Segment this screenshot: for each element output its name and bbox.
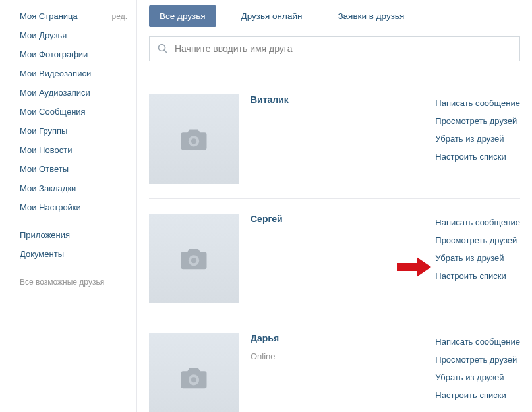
sidebar-item[interactable]: Мои Закладки bbox=[13, 179, 136, 198]
sidebar-link[interactable]: Моя Страница bbox=[20, 11, 78, 21]
friend-row: ВиталикНаписать сообщениеПросмотреть дру… bbox=[149, 80, 520, 199]
svg-point-3 bbox=[191, 138, 196, 144]
sidebar-divider bbox=[18, 268, 127, 268]
sidebar-item[interactable]: Мои Аудиозаписи bbox=[13, 83, 136, 102]
friend-action[interactable]: Просмотреть друзей bbox=[435, 231, 520, 249]
friend-action[interactable]: Написать сообщение bbox=[435, 94, 520, 112]
sidebar-link[interactable]: Мои Видеозаписи bbox=[20, 69, 91, 78]
avatar[interactable] bbox=[149, 333, 239, 412]
sidebar-item[interactable]: Мои Фотографии bbox=[13, 45, 136, 64]
friend-actions: Написать сообщениеПросмотреть друзейУбра… bbox=[435, 94, 520, 165]
sidebar-edit-label[interactable]: ред. bbox=[112, 12, 127, 21]
avatar[interactable] bbox=[149, 214, 239, 303]
tab[interactable]: Заявки в друзья bbox=[327, 5, 415, 27]
sidebar-divider bbox=[18, 221, 127, 221]
friend-list: ВиталикНаписать сообщениеПросмотреть дру… bbox=[149, 80, 520, 412]
sidebar-link[interactable]: Мои Аудиозаписи bbox=[20, 88, 90, 98]
tab[interactable]: Все друзья bbox=[149, 5, 216, 27]
sidebar-item[interactable]: Моя Страницаред. bbox=[13, 7, 136, 26]
sidebar-item[interactable]: Мои Ответы bbox=[13, 160, 136, 179]
friend-action[interactable]: Написать сообщение bbox=[435, 214, 520, 231]
sidebar-link[interactable]: Мои Ответы bbox=[20, 164, 69, 174]
sidebar-link[interactable]: Приложения bbox=[20, 230, 70, 240]
friend-info: ВиталикНаписать сообщениеПросмотреть дру… bbox=[239, 94, 520, 184]
friend-row: ДарьяOnlineНаписать сообщениеПросмотреть… bbox=[149, 318, 520, 412]
svg-line-1 bbox=[165, 51, 167, 53]
friend-info: СергейНаписать сообщениеПросмотреть друз… bbox=[239, 214, 520, 303]
sidebar-link[interactable]: Мои Друзья bbox=[20, 30, 67, 40]
friend-action[interactable]: Настроить списки bbox=[435, 148, 520, 165]
search-icon bbox=[158, 44, 168, 54]
sidebar-link[interactable]: Мои Закладки bbox=[20, 183, 76, 193]
sidebar: Моя Страницаред.Мои ДрузьяМои Фотографии… bbox=[0, 0, 137, 412]
sidebar-link[interactable]: Мои Настройки bbox=[20, 202, 81, 212]
search-box[interactable] bbox=[149, 36, 520, 61]
sidebar-footer[interactable]: Все возможные друзья bbox=[13, 272, 136, 292]
friend-actions: Написать сообщениеПросмотреть друзейУбра… bbox=[435, 333, 520, 404]
sidebar-link[interactable]: Мои Фотографии bbox=[20, 49, 88, 59]
sidebar-link[interactable]: Мои Группы bbox=[20, 126, 67, 136]
search-input[interactable] bbox=[175, 44, 512, 54]
sidebar-link[interactable]: Документы bbox=[20, 249, 64, 259]
sidebar-item[interactable]: Приложения bbox=[13, 225, 136, 245]
svg-point-5 bbox=[191, 258, 196, 263]
friend-actions: Написать сообщениеПросмотреть друзейУбра… bbox=[435, 214, 520, 285]
tabs: Все друзьяДрузья онлайнЗаявки в друзья bbox=[149, 5, 520, 27]
friend-info: ДарьяOnlineНаписать сообщениеПросмотреть… bbox=[239, 333, 520, 412]
sidebar-item[interactable]: Мои Сообщения bbox=[13, 102, 136, 121]
arrow-icon bbox=[397, 257, 431, 277]
sidebar-item[interactable]: Документы bbox=[13, 245, 136, 264]
friend-action[interactable]: Убрать из друзей bbox=[435, 249, 520, 267]
sidebar-item[interactable]: Мои Настройки bbox=[13, 198, 136, 217]
friend-action[interactable]: Убрать из друзей bbox=[435, 368, 520, 386]
sidebar-item[interactable]: Мои Видеозаписи bbox=[13, 64, 136, 83]
sidebar-item[interactable]: Мои Новости bbox=[13, 140, 136, 160]
tab[interactable]: Друзья онлайн bbox=[231, 5, 313, 27]
friend-action[interactable]: Просмотреть друзей bbox=[435, 112, 520, 130]
svg-marker-6 bbox=[397, 257, 431, 277]
sidebar-link[interactable]: Мои Новости bbox=[20, 145, 72, 155]
avatar[interactable] bbox=[149, 94, 239, 184]
svg-point-8 bbox=[191, 377, 196, 382]
sidebar-item[interactable]: Мои Друзья bbox=[13, 26, 136, 45]
friend-action[interactable]: Просмотреть друзей bbox=[435, 351, 520, 368]
friend-row: СергейНаписать сообщениеПросмотреть друз… bbox=[149, 199, 520, 318]
sidebar-link[interactable]: Мои Сообщения bbox=[20, 107, 86, 117]
main-content: Все друзьяДрузья онлайнЗаявки в друзья В… bbox=[137, 0, 532, 412]
friend-action[interactable]: Настроить списки bbox=[435, 267, 520, 285]
sidebar-item[interactable]: Мои Группы bbox=[13, 121, 136, 140]
friend-action[interactable]: Написать сообщение bbox=[435, 333, 520, 351]
friend-action[interactable]: Настроить списки bbox=[435, 386, 520, 404]
friend-action[interactable]: Убрать из друзей bbox=[435, 130, 520, 148]
